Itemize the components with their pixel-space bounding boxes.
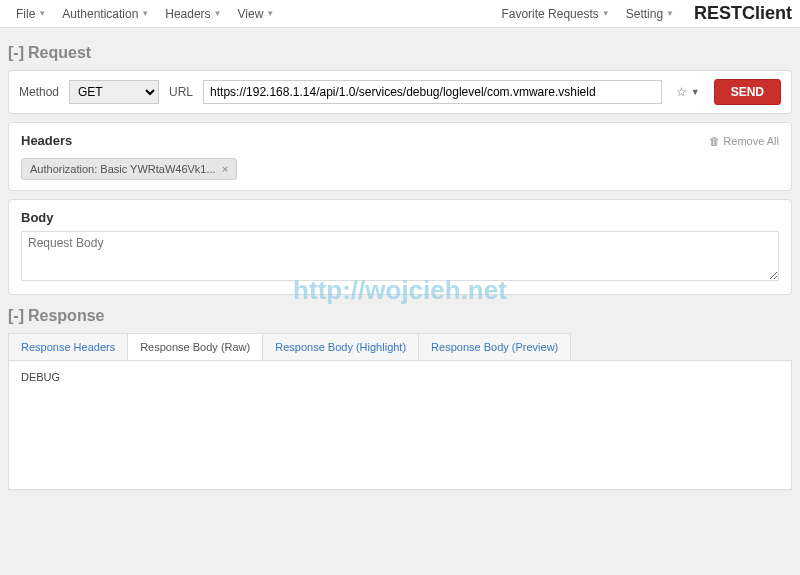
chevron-down-icon: ▼: [602, 9, 610, 18]
body-panel: Body: [8, 199, 792, 295]
tab-response-headers[interactable]: Response Headers: [8, 333, 128, 360]
close-icon[interactable]: ×: [222, 163, 228, 175]
menubar-left: File▼ Authentication▼ Headers▼ View▼: [8, 3, 282, 25]
menu-headers[interactable]: Headers▼: [157, 3, 229, 25]
response-body-text: DEBUG: [21, 371, 60, 383]
header-chip-authorization[interactable]: Authorization: Basic YWRtaW46Vk1... ×: [21, 158, 237, 180]
header-chip-text: Authorization: Basic YWRtaW46Vk1...: [30, 163, 216, 175]
url-label: URL: [169, 85, 193, 99]
app-title: RESTClient: [694, 3, 792, 24]
response-label: Response: [28, 307, 104, 325]
send-button[interactable]: SEND: [714, 79, 781, 105]
chevron-down-icon: ▼: [141, 9, 149, 18]
chevron-down-icon[interactable]: ▼: [691, 87, 700, 97]
tab-response-body-highlight[interactable]: Response Body (Highlight): [262, 333, 419, 360]
request-body-textarea[interactable]: [21, 231, 779, 281]
menu-authentication[interactable]: Authentication▼: [54, 3, 157, 25]
tab-response-body-preview[interactable]: Response Body (Preview): [418, 333, 571, 360]
headers-top: Headers 🗑 Remove All: [21, 133, 779, 148]
content: [-] Request Method GET URL ☆ ▼ SEND Head…: [0, 28, 800, 498]
response-body-panel: DEBUG: [8, 360, 792, 490]
response-collapse-toggle[interactable]: [-]: [8, 307, 24, 325]
menubar-right: Favorite Requests▼ Setting▼ RESTClient: [493, 3, 792, 25]
trash-icon: 🗑: [709, 135, 720, 147]
headers-title: Headers: [21, 133, 72, 148]
response-section-title: [-] Response: [8, 307, 792, 325]
request-section-title: [-] Request: [8, 44, 792, 62]
menu-favorite-requests[interactable]: Favorite Requests▼: [493, 3, 617, 25]
menu-file[interactable]: File▼: [8, 3, 54, 25]
chevron-down-icon: ▼: [666, 9, 674, 18]
response-tabs: Response Headers Response Body (Raw) Res…: [8, 333, 792, 360]
menubar: File▼ Authentication▼ Headers▼ View▼ Fav…: [0, 0, 800, 28]
url-input[interactable]: [203, 80, 662, 104]
remove-all-button[interactable]: 🗑 Remove All: [709, 135, 779, 147]
remove-all-label: Remove All: [723, 135, 779, 147]
method-select[interactable]: GET: [69, 80, 159, 104]
url-actions: ☆ ▼: [672, 85, 704, 99]
menu-view[interactable]: View▼: [230, 3, 283, 25]
chevron-down-icon: ▼: [38, 9, 46, 18]
headers-panel: Headers 🗑 Remove All Authorization: Basi…: [8, 122, 792, 191]
request-panel: Method GET URL ☆ ▼ SEND: [8, 70, 792, 114]
menu-setting[interactable]: Setting▼: [618, 3, 682, 25]
method-label: Method: [19, 85, 59, 99]
request-collapse-toggle[interactable]: [-]: [8, 44, 24, 62]
request-row: Method GET URL ☆ ▼ SEND: [19, 79, 781, 105]
request-label: Request: [28, 44, 91, 62]
star-icon[interactable]: ☆: [676, 85, 687, 99]
body-title: Body: [21, 210, 779, 225]
chevron-down-icon: ▼: [266, 9, 274, 18]
tab-response-body-raw[interactable]: Response Body (Raw): [127, 333, 263, 360]
chevron-down-icon: ▼: [214, 9, 222, 18]
